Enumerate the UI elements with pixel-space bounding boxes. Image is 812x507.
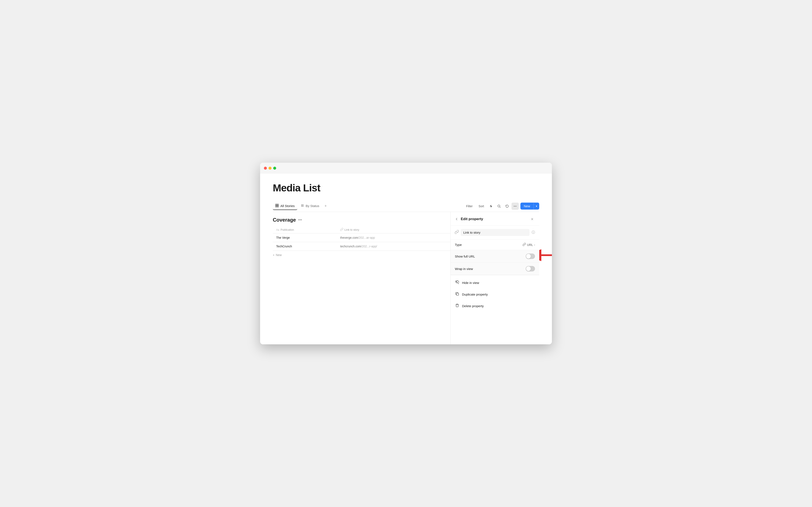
table-area: Coverage ••• Aa Publication (273, 212, 450, 344)
coverage-title: Coverage (273, 217, 296, 223)
minimize-button[interactable] (268, 167, 271, 170)
svg-point-10 (515, 206, 515, 207)
cell-publication-0[interactable]: The Verge (273, 233, 337, 242)
url-domain-0: theverge.com (340, 236, 358, 239)
delete-icon (455, 303, 459, 308)
delete-property-label: Delete property (462, 304, 484, 308)
more-options-button[interactable] (511, 203, 519, 210)
svg-rect-1 (277, 204, 278, 205)
hide-in-view-button[interactable]: Hide in view (451, 277, 539, 289)
titlebar (260, 163, 552, 174)
text-type-icon: Aa (276, 228, 280, 231)
table-row: The Verge theverge.com/202...ar-app (273, 233, 450, 242)
main-content: Media List All Stories (260, 174, 552, 344)
panel-header-left: Edit property (455, 217, 483, 221)
close-button[interactable] (264, 167, 267, 170)
new-button-label: New (520, 203, 534, 210)
cell-link-1[interactable]: techcrunch.com/202...r-app/ (337, 242, 450, 251)
show-full-url-toggle[interactable] (526, 253, 535, 259)
tab-all-stories-label: All Stories (281, 204, 295, 208)
toolbar-actions: Filter Sort (463, 203, 539, 210)
url-domain-1: techcrunch.com (340, 245, 361, 248)
plus-icon: + (273, 253, 274, 257)
coverage-more-button[interactable]: ••• (298, 218, 302, 222)
svg-rect-14 (457, 293, 459, 295)
duplicate-property-label: Duplicate property (462, 293, 488, 296)
type-value-text: URL (527, 243, 533, 246)
type-chevron-icon: › (534, 243, 535, 246)
new-button-chevron[interactable]: ▾ (534, 203, 539, 209)
col-publication[interactable]: Aa Publication (273, 226, 337, 233)
toolbar: All Stories By Status + (273, 202, 539, 210)
grid-icon (275, 204, 279, 208)
type-value-button[interactable]: URL › (523, 243, 535, 246)
edit-panel: Edit property ✕ ⓘ (450, 212, 539, 344)
type-row: Type URL › (451, 239, 539, 250)
red-arrow-indicator (539, 249, 552, 264)
panel-title: Edit property (461, 217, 483, 221)
panel-actions: Hide in view Duplicate property (451, 275, 539, 314)
wrap-in-view-toggle[interactable] (526, 266, 535, 272)
url-text-1: techcrunch.com/202...r-app/ (340, 245, 377, 248)
cell-link-0[interactable]: theverge.com/202...ar-app (337, 233, 450, 242)
sort-button[interactable]: Sort (476, 203, 487, 209)
col-link-label: Link to story (345, 228, 359, 231)
prop-name-row: ⓘ (451, 226, 539, 239)
svg-point-11 (516, 206, 516, 207)
maximize-button[interactable] (273, 167, 276, 170)
url-text-0: theverge.com/202...ar-app (340, 236, 375, 239)
app-window: Media List All Stories (260, 163, 552, 344)
svg-rect-2 (275, 206, 277, 207)
panel-header: Edit property ✕ (451, 212, 539, 226)
coverage-header: Coverage ••• (273, 212, 450, 226)
wrap-in-view-label: Wrap in view (455, 267, 473, 271)
tab-by-status-label: By Status (306, 204, 319, 208)
content-area: Coverage ••• Aa Publication (273, 212, 539, 344)
data-table: Aa Publication (273, 226, 450, 251)
back-button[interactable] (455, 217, 459, 221)
link-field-icon (455, 230, 459, 235)
svg-point-9 (514, 206, 514, 207)
info-icon: ⓘ (531, 230, 535, 235)
new-button[interactable]: New ▾ (520, 203, 539, 210)
wrap-in-view-toggle-knob (526, 266, 531, 271)
add-tab-button[interactable]: + (323, 203, 328, 209)
show-full-url-label: Show full URL (455, 255, 475, 258)
duplicate-property-button[interactable]: Duplicate property (451, 289, 539, 300)
col-publication-label: Publication (281, 228, 294, 231)
list-icon (301, 204, 304, 208)
svg-rect-0 (275, 204, 277, 205)
prop-name-input[interactable] (461, 229, 529, 236)
filter-button[interactable]: Filter (463, 203, 475, 209)
sync-button[interactable] (504, 203, 511, 210)
filter-label: Filter (466, 205, 473, 208)
url-type-icon (523, 243, 526, 246)
hide-icon (455, 280, 459, 285)
type-label: Type (455, 243, 462, 246)
cell-publication-1[interactable]: TechCrunch (273, 242, 337, 251)
show-full-url-row: Show full URL (451, 250, 539, 263)
sort-label: Sort (478, 205, 484, 208)
col-link[interactable]: Link to story (337, 226, 450, 233)
svg-rect-3 (277, 206, 278, 207)
show-full-url-toggle-knob (526, 254, 531, 259)
panel-close-button[interactable]: ✕ (529, 216, 535, 222)
link-icon (340, 228, 343, 231)
svg-point-7 (498, 205, 500, 207)
lightning-button[interactable] (488, 203, 495, 210)
show-full-url-wrapper: Show full URL (451, 250, 539, 263)
new-row-label: New (276, 253, 282, 257)
search-button[interactable] (496, 203, 503, 210)
tab-by-status[interactable]: By Status (298, 202, 322, 210)
page-title: Media List (273, 182, 539, 194)
tab-all-stories[interactable]: All Stories (273, 202, 297, 210)
delete-property-button[interactable]: Delete property (451, 300, 539, 312)
hide-in-view-label: Hide in view (462, 281, 479, 285)
new-row-button[interactable]: + New (273, 251, 450, 259)
svg-line-8 (500, 207, 501, 208)
tabs: All Stories By Status + (273, 202, 328, 210)
duplicate-icon (455, 292, 459, 297)
table-row: TechCrunch techcrunch.com/202...r-app/ (273, 242, 450, 251)
wrap-in-view-row: Wrap in view (451, 263, 539, 275)
